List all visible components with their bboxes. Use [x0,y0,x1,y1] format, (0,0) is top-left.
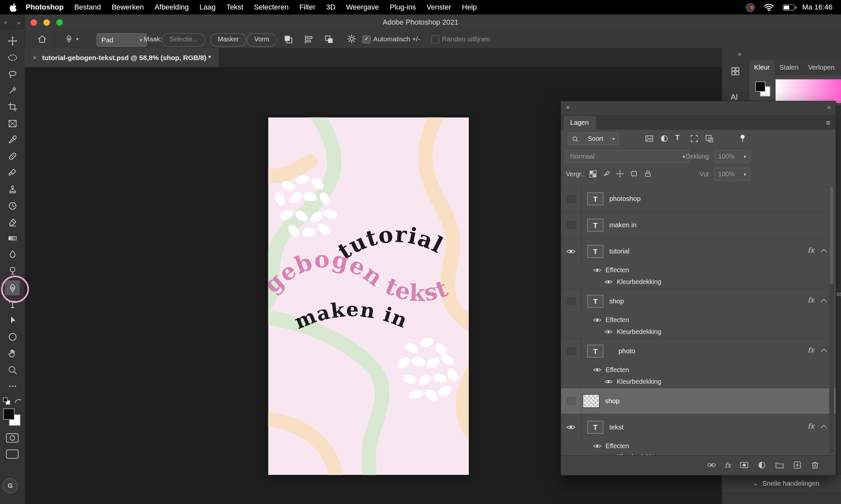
collapse-effects-icon[interactable] [821,349,827,355]
menu-plugins[interactable]: Plug-ins [384,0,421,15]
collapse-dock-icon[interactable]: « [738,50,742,58]
menu-selecteren[interactable]: Selecteren [249,0,294,15]
path-selection-tool[interactable] [5,312,20,328]
lock-pixels-icon[interactable] [603,169,611,178]
healing-brush-tool[interactable] [5,148,20,163]
scrollbar-thumb[interactable] [830,186,834,284]
move-tool[interactable] [5,33,20,48]
fx-badge[interactable]: fx [808,296,814,304]
tab-close-icon[interactable]: × [33,54,37,61]
new-group-icon[interactable] [775,460,784,469]
text-layer-thumbnail[interactable]: T [588,295,603,308]
window-title-bar[interactable]: × » Adobe Photoshop 2021 [0,15,841,31]
collapse-panel-icon[interactable]: « [827,104,831,111]
menu-venster[interactable]: Venster [421,0,456,15]
visibility-toggle[interactable] [561,288,581,314]
layer-name[interactable]: maken in [609,221,637,229]
fx-badge[interactable]: fx [808,346,814,354]
effects-row[interactable]: Effecten [561,314,836,326]
layer-row-maken-in[interactable]: T maken in [561,213,836,238]
tool-mode-select[interactable]: Pad ▾ [97,33,147,47]
crop-tool[interactable] [5,99,20,114]
effects-row[interactable]: Effecten [561,264,836,276]
layer-name[interactable]: photo [618,347,635,355]
tab-kleur[interactable]: Kleur [749,60,775,75]
collapse-effects-icon[interactable] [821,299,827,305]
layer-name[interactable]: tutorial [609,248,629,255]
color-overlay-row[interactable]: Kleurbedekking [561,326,836,338]
layer-row-photo[interactable]: T photo fx [561,338,836,364]
new-layer-icon[interactable] [793,460,802,469]
menu-filter[interactable]: Filter [294,0,321,15]
lock-position-icon[interactable] [616,169,624,178]
layers-panel-titlebar[interactable]: × « [561,102,836,116]
swap-colors-icon[interactable] [14,397,22,404]
collapse-effects-icon[interactable] [821,249,827,255]
menu-bewerken[interactable]: Bewerken [106,0,149,15]
blend-mode-select[interactable]: Normaal ▾ [566,150,689,163]
pixel-layer-thumbnail[interactable] [583,395,599,408]
layer-row-photoshop[interactable]: T photoshop [561,186,836,212]
menu-help[interactable]: Help [457,0,482,15]
layer-mask-icon[interactable] [739,460,749,469]
effects-row[interactable]: Effecten [561,364,836,376]
libraries-panel-icon[interactable] [731,66,740,76]
delete-layer-icon[interactable] [810,460,820,469]
layer-name[interactable]: photoshop [609,195,641,203]
eraser-tool[interactable] [5,214,20,230]
color-overlay-row[interactable]: Kleurbedekking [561,276,836,288]
visibility-toggle[interactable] [561,186,581,212]
layer-row-tekst[interactable]: T tekst fx [561,414,836,440]
masker-button[interactable]: Masker [210,33,246,47]
text-layer-thumbnail[interactable]: T [588,193,603,205]
lock-transparency-icon[interactable] [589,170,597,178]
path-arrangement-icon[interactable] [324,34,334,44]
preset-chevron-icon[interactable]: ▾ [76,36,78,42]
layer-row-tutorial[interactable]: T tutorial fx [561,239,836,264]
menu-3d[interactable]: 3D [321,0,341,15]
filter-smart-object-icon[interactable] [705,134,714,143]
tab-lagen[interactable]: Lagen [563,116,596,130]
object-selection-tool[interactable] [5,83,20,97]
collapse-effects-icon[interactable] [821,425,827,431]
document-tab[interactable]: × tutorial-gebogen-tekst.psd @ 58,8% (sh… [25,48,220,67]
color-overlay-row[interactable]: Kleurbedekking [561,376,836,388]
auto-add-delete-checkbox[interactable]: ✓ [363,35,371,43]
foreground-color-swatch[interactable] [3,409,15,420]
effects-row[interactable]: Effecten [561,440,836,452]
lock-all-icon[interactable] [644,169,652,178]
visibility-toggle[interactable] [561,213,581,238]
screen-mode-icon[interactable] [6,449,19,459]
edit-toolbar-icon[interactable] [5,379,20,394]
menu-laag[interactable]: Laag [194,0,221,15]
opacity-input[interactable]: 100% ▾ [714,150,750,163]
menu-weergave[interactable]: Weergave [341,0,384,15]
tab-stalen[interactable]: Stalen [775,60,803,75]
clone-stamp-tool[interactable] [5,181,20,196]
layer-name[interactable]: shop [609,298,624,305]
account-avatar[interactable]: G [3,478,18,493]
link-layers-icon[interactable] [707,460,716,469]
adjustment-layer-icon[interactable] [757,460,767,469]
layer-style-fx-icon[interactable]: fx [725,461,731,469]
layer-name[interactable]: tekst [609,424,624,431]
filter-pin-icon[interactable] [738,133,747,143]
document-canvas[interactable]: tutorial gebogen tekst maken in [268,118,469,475]
visibility-toggle[interactable] [561,388,581,414]
default-colors-icon[interactable] [3,397,11,405]
quick-mask-icon[interactable] [6,433,19,443]
screen-recording-indicator-icon[interactable] [746,2,755,12]
layer-row-shop-selected[interactable]: shop [561,388,836,414]
hand-tool[interactable] [5,345,20,360]
eyedropper-tool[interactable] [5,132,20,147]
text-layer-thumbnail[interactable]: T [588,219,603,232]
character-panel-icon[interactable]: Al [731,92,738,102]
history-brush-tool[interactable] [5,198,20,213]
filter-type-select[interactable]: Soort ▾ [567,132,619,145]
lasso-tool[interactable] [5,66,20,82]
close-panel-icon[interactable]: × [566,104,570,111]
wifi-icon[interactable] [764,4,774,11]
lock-artboard-icon[interactable] [630,169,638,178]
blur-tool[interactable] [5,247,20,262]
apple-menu-icon[interactable] [10,3,16,12]
